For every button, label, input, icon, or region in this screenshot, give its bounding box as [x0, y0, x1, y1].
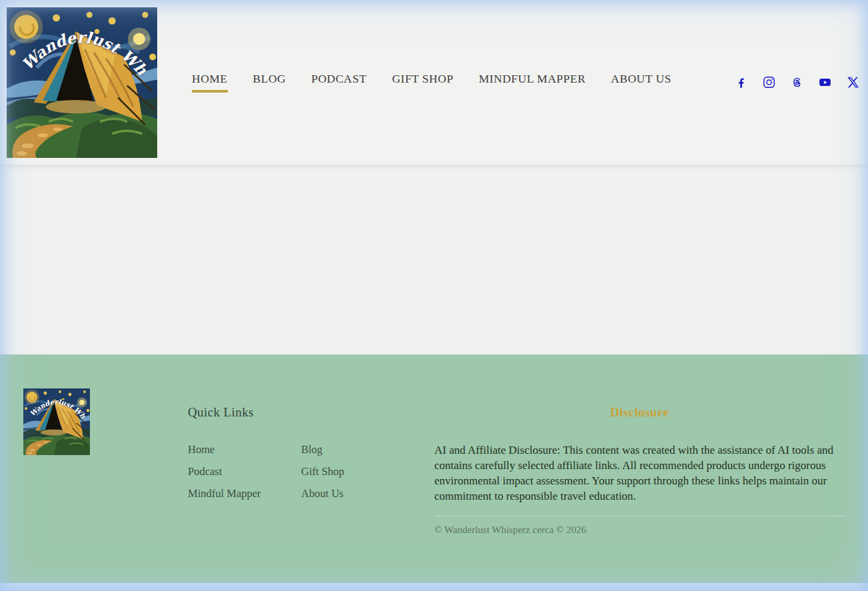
site-logo[interactable] [7, 7, 157, 158]
disclosure-title: Disclosure [434, 405, 845, 420]
social-links [734, 75, 860, 89]
instagram-icon[interactable] [762, 75, 776, 89]
site-header: HOME BLOG PODCAST GIFT SHOP MINDFUL MAPP… [0, 0, 868, 165]
page: HOME BLOG PODCAST GIFT SHOP MINDFUL MAPP… [0, 0, 868, 583]
quick-links-column-1: Home Podcast Mindful Mapper [188, 438, 301, 504]
footer-link-about-us[interactable]: About Us [301, 482, 344, 504]
main-content [0, 165, 868, 354]
youtube-icon[interactable] [818, 75, 832, 89]
disclosure-section: Disclosure AI and Affiliate Disclosure: … [434, 405, 845, 536]
footer-logo-image [23, 388, 90, 455]
nav-blog[interactable]: BLOG [253, 72, 286, 93]
disclosure-text: AI and Affiliate Disclosure: This conten… [434, 442, 845, 504]
nav-about-us[interactable]: ABOUT US [611, 72, 671, 93]
footer-link-gift-shop[interactable]: Gift Shop [301, 460, 344, 482]
facebook-icon[interactable] [734, 75, 748, 89]
footer-logo[interactable] [23, 388, 90, 455]
nav-podcast[interactable]: PODCAST [311, 72, 366, 93]
footer-link-mindful-mapper[interactable]: Mindful Mapper [188, 482, 301, 504]
quick-links-column-2: Blog Gift Shop About Us [301, 438, 344, 504]
nav-mindful-mapper[interactable]: MINDFUL MAPPER [479, 72, 586, 93]
x-icon[interactable] [846, 75, 860, 89]
nav-gift-shop[interactable]: GIFT SHOP [392, 72, 453, 93]
footer-link-blog[interactable]: Blog [301, 438, 344, 460]
footer-link-podcast[interactable]: Podcast [188, 460, 301, 482]
site-footer: Quick Links Home Podcast Mindful Mapper … [0, 354, 868, 583]
logo-image [7, 7, 157, 158]
footer-divider [434, 516, 845, 516]
nav-home[interactable]: HOME [192, 72, 228, 93]
main-nav: HOME BLOG PODCAST GIFT SHOP MINDFUL MAPP… [192, 72, 671, 93]
footer-link-home[interactable]: Home [188, 438, 301, 460]
threads-icon[interactable] [790, 75, 804, 89]
quick-links-title: Quick Links [188, 405, 414, 420]
copyright-text: © Wanderlust Whisperz cerca © 2026 [434, 524, 845, 536]
quick-links-section: Quick Links Home Podcast Mindful Mapper … [188, 405, 414, 504]
